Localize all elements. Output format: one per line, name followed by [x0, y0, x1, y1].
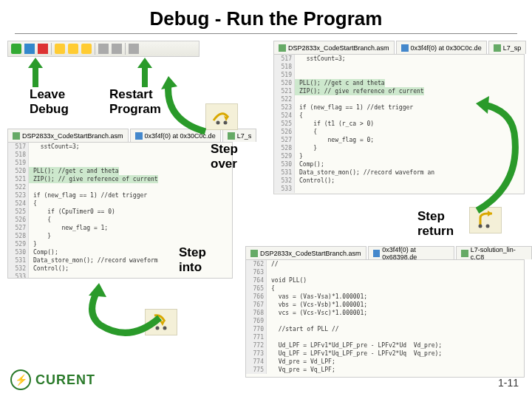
- code-line: 518: [274, 63, 524, 71]
- code-line: 766 vas = (Vas-Vsa)*1.000001;: [246, 293, 524, 301]
- code-line: 775 Vq_pre = Vq_LPF;: [246, 366, 524, 374]
- code-line: 522: [8, 183, 232, 191]
- separator: [95, 43, 95, 55]
- restart-icon[interactable]: [98, 44, 109, 54]
- svg-point-5: [163, 327, 167, 330]
- code-line: 774 Vd_pre = Vd_LPF;: [246, 358, 524, 366]
- file-icon: [13, 132, 20, 140]
- file-icon: [279, 44, 286, 52]
- tab-label: 0x3f4f(0) at 0x30C0c.de: [411, 44, 482, 52]
- file-icon: [135, 132, 143, 140]
- tab-file[interactable]: DSP2833x_CodeStartBranch.asm: [273, 41, 395, 54]
- code-line: 523if (new_flag == 1) //det trigger: [8, 191, 232, 200]
- svg-point-0: [216, 121, 220, 125]
- code-line: 519: [8, 159, 232, 167]
- code-line: 526 {: [274, 128, 524, 136]
- code-line: 517 sstCount=3;: [8, 143, 232, 151]
- code-line: 521ZIP(); // give reference of current: [274, 87, 524, 95]
- label-step-return: Step return: [417, 209, 454, 238]
- code-line: 770 //start of PLL //: [246, 325, 524, 333]
- code-line: 527 new_flag = 1;: [8, 224, 232, 232]
- step-over-large-icon: [205, 103, 238, 130]
- code-line: 521ZIP(); // give reference of current: [8, 175, 232, 183]
- code-line: 528 }: [8, 232, 232, 240]
- code-line: 773 Uq_LPF = LPFv1*Uq_LPF_pre - LPFv2*Uq…: [246, 349, 524, 358]
- code-pane-top[interactable]: 517 sstCount=3;518519520PLL(); //get c a…: [273, 54, 525, 194]
- code-line: 764void PLL(): [246, 276, 524, 284]
- editor-tabs-top: DSP2833x_CodeStartBranch.asm 0x3f4f(0) a…: [273, 41, 526, 54]
- code-line: 522: [274, 95, 524, 103]
- tab-label: DSP2833x_CodeStartBranch.asm: [260, 250, 361, 257]
- file-icon: [461, 250, 468, 257]
- label-step-over: Step over: [211, 142, 238, 171]
- separator: [51, 43, 52, 55]
- terminate-icon[interactable]: [38, 44, 48, 54]
- file-icon: [250, 250, 258, 257]
- code-line: 523if (new_flag == 1) //det trigger: [274, 103, 524, 112]
- code-line: 530Comp();: [274, 160, 524, 168]
- arrow-icon: [136, 58, 154, 87]
- page-title: Debug - Run the Program: [15, 0, 517, 34]
- code-line: 524{: [8, 200, 232, 208]
- step-return-icon[interactable]: [81, 44, 92, 54]
- svg-point-2: [479, 225, 482, 228]
- code-line: 518: [8, 151, 232, 159]
- svg-point-4: [156, 327, 160, 330]
- drop-icon[interactable]: [129, 44, 139, 54]
- step-into-icon[interactable]: [68, 44, 78, 54]
- tab-file[interactable]: L7_sp: [488, 41, 527, 54]
- brand-logo: ⚡ CURENT: [10, 369, 95, 390]
- code-line: 768 vcs = (Vcs-Vsc)*1.000001;: [246, 309, 524, 317]
- step-return-large-icon: [469, 207, 502, 233]
- code-line: 525 if (t1 (r_ca > 0): [274, 120, 524, 128]
- step-over-icon[interactable]: [55, 44, 65, 54]
- tab-label: L7_sp: [503, 44, 522, 52]
- code-line: 529}: [274, 152, 524, 160]
- debug-toolbar: [7, 41, 200, 57]
- code-line: 763: [246, 268, 524, 276]
- tab-file[interactable]: 0x3f4f(0) at 0x68398.de: [368, 246, 455, 259]
- code-line: 772 Ud_LPF = LPFv1*Ud_LPF_pre - LPFv2*Ud…: [246, 341, 524, 349]
- code-line: 762//: [246, 260, 524, 268]
- tab-label: 0x3f4f(0) at 0x30C0c.de: [145, 132, 216, 140]
- code-line: 771: [246, 333, 524, 341]
- code-line: 767 vbs = (Vcs-Vsb)*1.000001;: [246, 301, 524, 309]
- editor-tabs-bot: DSP2833x_CodeStartBranch.asm 0x3f4f(0) a…: [245, 246, 532, 259]
- tab-label: L7-solution_lin-c.C8: [471, 246, 527, 261]
- tab-file[interactable]: 0x3f4f(0) at 0x30C0c.de: [130, 129, 221, 142]
- menu-icon[interactable]: [112, 44, 122, 54]
- tab-file[interactable]: L7-solution_lin-c.C8: [456, 246, 532, 259]
- code-line: 524{: [274, 112, 524, 120]
- code-line: 769: [246, 317, 524, 325]
- file-icon: [373, 250, 381, 257]
- page-number: 1-11: [498, 377, 519, 389]
- code-line: 528 }: [274, 144, 524, 152]
- label-restart-program: Restart Program: [109, 87, 161, 116]
- file-icon: [401, 44, 409, 52]
- separator: [125, 43, 126, 55]
- code-line: 526 {: [8, 216, 232, 224]
- label-leave-debug: Leave Debug: [30, 87, 69, 116]
- logo-text: CURENT: [35, 372, 95, 388]
- tab-label: DSP2833x_CodeStartBranch.asm: [288, 44, 389, 52]
- code-line: 532Control();: [274, 177, 524, 185]
- code-line: 519: [274, 71, 524, 79]
- tab-file[interactable]: DSP2833x_CodeStartBranch.asm: [245, 246, 366, 259]
- tab-file[interactable]: DSP2833x_CodeStartBranch.asm: [7, 129, 129, 142]
- code-line: 520PLL(); //get c and theta: [8, 167, 232, 175]
- svg-point-3: [486, 225, 490, 228]
- pause-icon[interactable]: [24, 44, 35, 54]
- code-line: 533: [274, 185, 524, 193]
- tab-label: L7_s: [237, 132, 252, 140]
- tab-file[interactable]: L7_s: [222, 129, 257, 142]
- tab-file[interactable]: 0x3f4f(0) at 0x30C0c.de: [396, 41, 487, 54]
- svg-point-1: [224, 121, 228, 125]
- editor-tabs-mid: DSP2833x_CodeStartBranch.asm 0x3f4f(0) a…: [7, 129, 256, 142]
- code-line: 517 sstCount=3;: [274, 55, 524, 63]
- arrow-icon: [27, 58, 44, 87]
- code-pane-bot[interactable]: 762//763764void PLL()765{766 vas = (Vas-…: [245, 259, 525, 378]
- step-into-large-icon: [145, 309, 177, 335]
- resume-icon[interactable]: [11, 44, 21, 54]
- code-line: 520PLL(); //get c and theta: [274, 79, 524, 87]
- code-line: 765{: [246, 284, 524, 293]
